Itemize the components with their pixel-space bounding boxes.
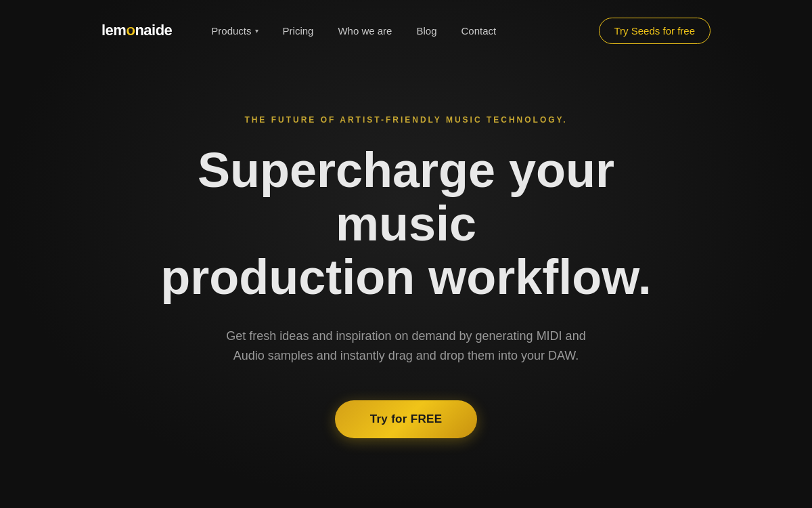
logo[interactable]: lem o naide xyxy=(102,22,172,39)
nav-item-who-we-are[interactable]: Who we are xyxy=(325,18,404,43)
hero-headline: Supercharge your music production workfl… xyxy=(135,144,677,305)
hero-cta-button[interactable]: Try for FREE xyxy=(335,400,478,438)
logo-text: lem o naide xyxy=(102,22,172,39)
hero-headline-line2: production workflow. xyxy=(160,250,651,304)
logo-o: o xyxy=(126,22,135,39)
nav-item-products[interactable]: Products ▾ xyxy=(199,18,270,43)
logo-dot-icon xyxy=(129,28,133,33)
hero-tagline: THE FUTURE OF ARTIST-FRIENDLY MUSIC TECH… xyxy=(244,115,567,125)
main-nav: lem o naide Products ▾ Pricing Who we ar… xyxy=(0,0,812,61)
hero-headline-line1: Supercharge your music xyxy=(198,143,614,251)
nav-item-pricing[interactable]: Pricing xyxy=(271,18,326,43)
chevron-down-icon: ▾ xyxy=(255,27,258,35)
try-seeds-button[interactable]: Try Seeds for free xyxy=(599,18,711,44)
nav-item-blog[interactable]: Blog xyxy=(404,18,449,43)
nav-item-contact[interactable]: Contact xyxy=(449,18,508,43)
hero-section: THE FUTURE OF ARTIST-FRIENDLY MUSIC TECH… xyxy=(0,61,812,438)
hero-subheadline: Get fresh ideas and inspiration on deman… xyxy=(217,326,595,366)
nav-links: Products ▾ Pricing Who we are Blog Conta… xyxy=(199,18,598,43)
